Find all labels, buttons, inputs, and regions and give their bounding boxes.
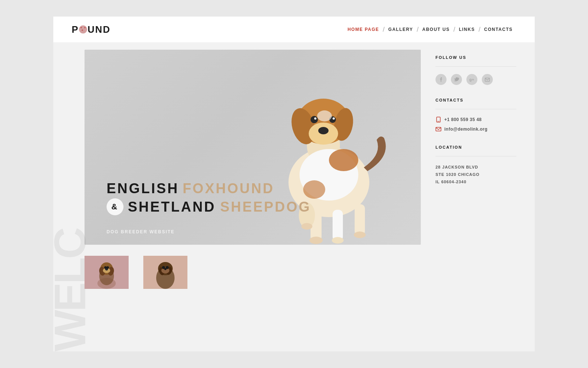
nav-link-homepage[interactable]: HOME PAGE <box>344 27 383 32</box>
logo-paw-icon <box>79 25 87 33</box>
bottom-card-2 <box>143 256 187 289</box>
nav-link-gallery[interactable]: GALLERY <box>385 27 417 32</box>
svg-point-37 <box>107 266 109 269</box>
mail-icon[interactable] <box>482 74 493 85</box>
hero-background <box>85 50 421 245</box>
hero-sheepdog-text: SHEEPDOG <box>220 199 311 215</box>
hero-title-line2: & SHETLAND SHEEPDOG <box>107 198 311 215</box>
svg-point-20 <box>332 237 344 244</box>
bottom-card-1-image <box>85 256 129 289</box>
sidebar-follow-us: FOLLOW US g+ <box>435 55 516 85</box>
svg-rect-18 <box>355 204 365 236</box>
nav-item-about[interactable]: ABOUT US <box>419 27 453 32</box>
logo: P UND <box>72 24 111 35</box>
sidebar: FOLLOW US g+ <box>435 50 516 245</box>
bottom-card-2-image <box>143 256 187 289</box>
address-line3: IL 60604-2340 <box>435 178 516 186</box>
hero-subtitle: DOG BREEDER WEBSITE <box>107 229 175 234</box>
divider-location <box>435 156 516 156</box>
dog-image <box>259 61 399 245</box>
svg-point-46 <box>164 268 166 270</box>
nav-item-homepage[interactable]: HOME PAGE <box>344 27 383 32</box>
email-icon <box>435 126 441 132</box>
nav-item-links[interactable]: LINKS <box>455 27 479 32</box>
phone-number[interactable]: +1 800 559 35 48 <box>444 117 482 122</box>
facebook-icon[interactable] <box>435 74 447 85</box>
sidebar-contacts: CONTACTS +1 800 559 35 48 <box>435 98 516 132</box>
nav-link-links[interactable]: LINKS <box>455 27 479 32</box>
header: P UND HOME PAGE / GALLERY / ABOUT US / <box>53 17 535 42</box>
email-address[interactable]: info@demolink.org <box>444 127 488 132</box>
contact-email-item: info@demolink.org <box>435 126 516 132</box>
svg-point-22 <box>354 231 366 238</box>
ampersand-circle: & <box>107 198 123 215</box>
hero-image-container: ENGLISH FOXHOUND & SHETLAND SHEEPDOG DOG… <box>85 50 421 245</box>
svg-point-10 <box>333 117 335 120</box>
nav-item-gallery[interactable]: GALLERY <box>385 27 417 32</box>
bottom-section <box>53 256 535 289</box>
address-text: 28 JACKSON BLVD STE 1020 CHICAGO IL 6060… <box>435 164 516 185</box>
divider-follow-us <box>435 66 516 67</box>
nav-link-about[interactable]: ABOUT US <box>419 27 453 32</box>
hero-section: ENGLISH FOXHOUND & SHETLAND SHEEPDOG DOG… <box>85 50 421 245</box>
svg-text:g+: g+ <box>469 77 474 82</box>
svg-point-21 <box>301 223 312 230</box>
hero-foxhound-text: FOXHOUND <box>183 181 274 197</box>
svg-point-36 <box>104 266 107 269</box>
social-icons-group: g+ <box>435 74 516 85</box>
hero-english-text: ENGLISH <box>107 181 179 197</box>
paw-circle <box>79 25 87 33</box>
contact-phone-item: +1 800 559 35 48 <box>435 117 516 123</box>
hero-title-line1: ENGLISH FOXHOUND <box>107 181 311 197</box>
twitter-icon[interactable] <box>451 74 462 85</box>
hero-shetland-text: SHETLAND <box>128 199 216 215</box>
content-area: ENGLISH FOXHOUND & SHETLAND SHEEPDOG DOG… <box>53 42 535 252</box>
nav-item-contacts[interactable]: CONTACTS <box>480 27 516 32</box>
logo-rest-text: UND <box>87 24 110 35</box>
address-line2: STE 1020 CHICAGO <box>435 171 516 178</box>
nav-link-contacts[interactable]: CONTACTS <box>480 27 516 32</box>
follow-us-heading: FOLLOW US <box>435 55 516 60</box>
svg-point-11 <box>317 110 332 121</box>
svg-point-19 <box>309 237 323 244</box>
page-wrapper: P UND HOME PAGE / GALLERY / ABOUT US / <box>53 17 535 351</box>
contacts-heading: CONTACTS <box>435 98 516 102</box>
svg-rect-26 <box>437 121 440 121</box>
address-line1: 28 JACKSON BLVD <box>435 164 516 171</box>
google-plus-icon[interactable]: g+ <box>466 74 477 85</box>
svg-point-6 <box>318 127 329 134</box>
watermark-text: WELC <box>48 229 92 351</box>
svg-rect-16 <box>333 210 343 241</box>
divider-contacts <box>435 109 516 109</box>
svg-point-7 <box>311 116 318 123</box>
bottom-card-1 <box>85 256 129 289</box>
svg-point-9 <box>314 117 316 120</box>
main-nav: HOME PAGE / GALLERY / ABOUT US / LINKS /… <box>344 26 516 33</box>
sidebar-location: LOCATION 28 JACKSON BLVD STE 1020 CHICAG… <box>435 145 516 185</box>
location-heading: LOCATION <box>435 145 516 149</box>
logo-p-letter: P <box>72 24 79 35</box>
svg-point-13 <box>329 149 358 171</box>
phone-icon <box>435 117 441 123</box>
hero-text-overlay: ENGLISH FOXHOUND & SHETLAND SHEEPDOG <box>107 181 311 215</box>
